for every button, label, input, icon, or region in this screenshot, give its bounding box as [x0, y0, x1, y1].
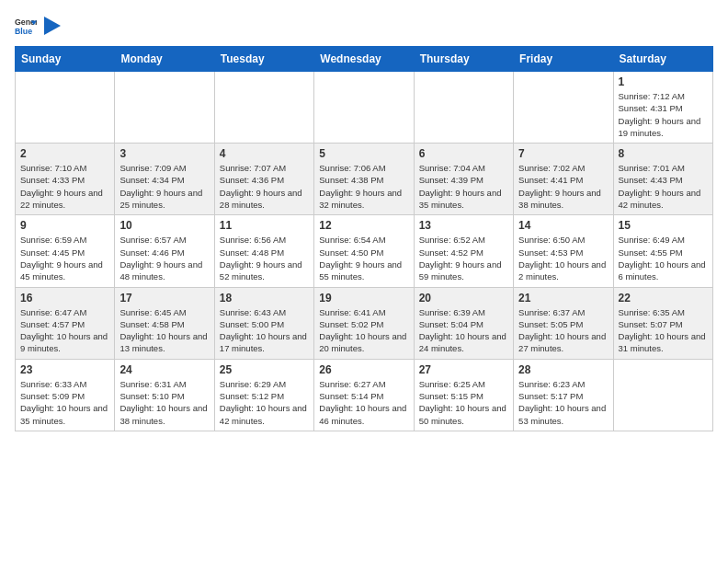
day-info: Sunrise: 7:06 AM Sunset: 4:38 PM Dayligh…	[319, 162, 408, 211]
weekday-header-saturday: Saturday	[613, 47, 712, 72]
calendar-cell: 3Sunrise: 7:09 AM Sunset: 4:34 PM Daylig…	[115, 144, 214, 215]
calendar-cell: 15Sunrise: 6:49 AM Sunset: 4:55 PM Dayli…	[613, 215, 712, 287]
calendar-week-row: 23Sunrise: 6:33 AM Sunset: 5:09 PM Dayli…	[16, 359, 713, 431]
day-number: 1	[619, 75, 708, 88]
day-info: Sunrise: 6:43 AM Sunset: 5:00 PM Dayligh…	[220, 306, 309, 355]
calendar-cell: 18Sunrise: 6:43 AM Sunset: 5:00 PM Dayli…	[214, 287, 313, 359]
calendar-week-row: 16Sunrise: 6:47 AM Sunset: 4:57 PM Dayli…	[16, 287, 713, 359]
calendar-cell: 12Sunrise: 6:54 AM Sunset: 4:50 PM Dayli…	[314, 215, 414, 287]
day-number: 9	[20, 219, 109, 232]
logo: General Blue	[15, 15, 61, 37]
day-info: Sunrise: 6:41 AM Sunset: 5:02 PM Dayligh…	[319, 306, 408, 355]
day-info: Sunrise: 6:29 AM Sunset: 5:12 PM Dayligh…	[220, 378, 309, 427]
calendar-cell	[16, 72, 115, 144]
calendar-cell: 5Sunrise: 7:06 AM Sunset: 4:38 PM Daylig…	[314, 144, 414, 215]
day-info: Sunrise: 6:50 AM Sunset: 4:53 PM Dayligh…	[518, 234, 608, 282]
day-number: 28	[518, 363, 608, 376]
page-header: General Blue	[15, 15, 713, 37]
calendar-cell: 21Sunrise: 6:37 AM Sunset: 5:05 PM Dayli…	[514, 287, 613, 359]
calendar-cell	[115, 72, 214, 144]
logo-arrow-icon	[44, 17, 61, 35]
day-number: 5	[319, 147, 408, 160]
day-number: 8	[619, 147, 708, 160]
calendar-cell: 10Sunrise: 6:57 AM Sunset: 4:46 PM Dayli…	[115, 215, 214, 287]
day-number: 25	[220, 363, 309, 376]
day-info: Sunrise: 7:12 AM Sunset: 4:31 PM Dayligh…	[619, 90, 708, 139]
svg-marker-3	[44, 17, 61, 35]
calendar-cell: 11Sunrise: 6:56 AM Sunset: 4:48 PM Dayli…	[214, 215, 313, 287]
day-number: 18	[220, 292, 309, 304]
day-number: 10	[119, 219, 209, 232]
calendar-cell: 8Sunrise: 7:01 AM Sunset: 4:43 PM Daylig…	[613, 144, 712, 215]
day-number: 4	[220, 147, 309, 160]
weekday-header-tuesday: Tuesday	[214, 47, 313, 72]
logo-icon: General Blue	[15, 15, 37, 37]
day-info: Sunrise: 7:09 AM Sunset: 4:34 PM Dayligh…	[119, 162, 209, 211]
day-number: 6	[419, 147, 508, 160]
calendar-cell	[613, 359, 712, 431]
day-info: Sunrise: 6:56 AM Sunset: 4:48 PM Dayligh…	[220, 234, 309, 282]
day-info: Sunrise: 6:52 AM Sunset: 4:52 PM Dayligh…	[419, 234, 508, 282]
day-info: Sunrise: 7:10 AM Sunset: 4:33 PM Dayligh…	[20, 162, 109, 211]
weekday-header-thursday: Thursday	[414, 47, 513, 72]
day-info: Sunrise: 6:54 AM Sunset: 4:50 PM Dayligh…	[319, 234, 408, 282]
calendar-cell: 25Sunrise: 6:29 AM Sunset: 5:12 PM Dayli…	[214, 359, 313, 431]
day-number: 22	[619, 292, 708, 304]
day-number: 21	[518, 292, 608, 304]
calendar-cell: 26Sunrise: 6:27 AM Sunset: 5:14 PM Dayli…	[314, 359, 414, 431]
calendar-table: SundayMondayTuesdayWednesdayThursdayFrid…	[15, 46, 713, 431]
day-info: Sunrise: 6:57 AM Sunset: 4:46 PM Dayligh…	[119, 234, 209, 282]
day-info: Sunrise: 6:27 AM Sunset: 5:14 PM Dayligh…	[319, 378, 408, 427]
calendar-cell: 6Sunrise: 7:04 AM Sunset: 4:39 PM Daylig…	[414, 144, 513, 215]
day-number: 24	[119, 363, 209, 376]
day-info: Sunrise: 6:59 AM Sunset: 4:45 PM Dayligh…	[20, 234, 109, 282]
calendar-week-row: 1Sunrise: 7:12 AM Sunset: 4:31 PM Daylig…	[16, 72, 713, 144]
day-number: 12	[319, 219, 408, 232]
calendar-cell	[514, 72, 613, 144]
day-number: 15	[619, 219, 708, 232]
day-number: 20	[419, 292, 508, 304]
calendar-cell: 7Sunrise: 7:02 AM Sunset: 4:41 PM Daylig…	[514, 144, 613, 215]
calendar-cell: 16Sunrise: 6:47 AM Sunset: 4:57 PM Dayli…	[16, 287, 115, 359]
weekday-header-wednesday: Wednesday	[314, 47, 414, 72]
day-number: 26	[319, 363, 408, 376]
day-info: Sunrise: 7:07 AM Sunset: 4:36 PM Dayligh…	[220, 162, 309, 211]
day-number: 11	[220, 219, 309, 232]
calendar-cell: 23Sunrise: 6:33 AM Sunset: 5:09 PM Dayli…	[16, 359, 115, 431]
day-number: 19	[319, 292, 408, 304]
day-info: Sunrise: 6:35 AM Sunset: 5:07 PM Dayligh…	[619, 306, 708, 355]
day-number: 13	[419, 219, 508, 232]
weekday-header-friday: Friday	[514, 47, 613, 72]
calendar-cell	[214, 72, 313, 144]
calendar-cell	[314, 72, 414, 144]
calendar-cell: 20Sunrise: 6:39 AM Sunset: 5:04 PM Dayli…	[414, 287, 513, 359]
day-info: Sunrise: 6:49 AM Sunset: 4:55 PM Dayligh…	[619, 234, 708, 282]
day-info: Sunrise: 6:37 AM Sunset: 5:05 PM Dayligh…	[518, 306, 608, 355]
day-number: 16	[20, 292, 109, 304]
svg-text:Blue: Blue	[15, 27, 32, 36]
day-number: 2	[20, 147, 109, 160]
calendar-cell: 1Sunrise: 7:12 AM Sunset: 4:31 PM Daylig…	[613, 72, 712, 144]
day-number: 27	[419, 363, 508, 376]
day-number: 7	[518, 147, 608, 160]
day-info: Sunrise: 7:02 AM Sunset: 4:41 PM Dayligh…	[518, 162, 608, 211]
day-info: Sunrise: 6:23 AM Sunset: 5:17 PM Dayligh…	[518, 378, 608, 427]
calendar-cell: 13Sunrise: 6:52 AM Sunset: 4:52 PM Dayli…	[414, 215, 513, 287]
day-info: Sunrise: 6:39 AM Sunset: 5:04 PM Dayligh…	[419, 306, 508, 355]
day-info: Sunrise: 6:45 AM Sunset: 4:58 PM Dayligh…	[119, 306, 209, 355]
calendar-cell: 4Sunrise: 7:07 AM Sunset: 4:36 PM Daylig…	[214, 144, 313, 215]
calendar-cell: 2Sunrise: 7:10 AM Sunset: 4:33 PM Daylig…	[16, 144, 115, 215]
day-info: Sunrise: 7:04 AM Sunset: 4:39 PM Dayligh…	[419, 162, 508, 211]
calendar-cell: 28Sunrise: 6:23 AM Sunset: 5:17 PM Dayli…	[514, 359, 613, 431]
calendar-cell: 9Sunrise: 6:59 AM Sunset: 4:45 PM Daylig…	[16, 215, 115, 287]
day-number: 23	[20, 363, 109, 376]
calendar-week-row: 2Sunrise: 7:10 AM Sunset: 4:33 PM Daylig…	[16, 144, 713, 215]
day-info: Sunrise: 6:47 AM Sunset: 4:57 PM Dayligh…	[20, 306, 109, 355]
calendar-cell: 14Sunrise: 6:50 AM Sunset: 4:53 PM Dayli…	[514, 215, 613, 287]
day-number: 17	[119, 292, 209, 304]
calendar-week-row: 9Sunrise: 6:59 AM Sunset: 4:45 PM Daylig…	[16, 215, 713, 287]
calendar-cell: 22Sunrise: 6:35 AM Sunset: 5:07 PM Dayli…	[613, 287, 712, 359]
calendar-cell: 24Sunrise: 6:31 AM Sunset: 5:10 PM Dayli…	[115, 359, 214, 431]
calendar-cell	[414, 72, 513, 144]
weekday-header-monday: Monday	[115, 47, 214, 72]
